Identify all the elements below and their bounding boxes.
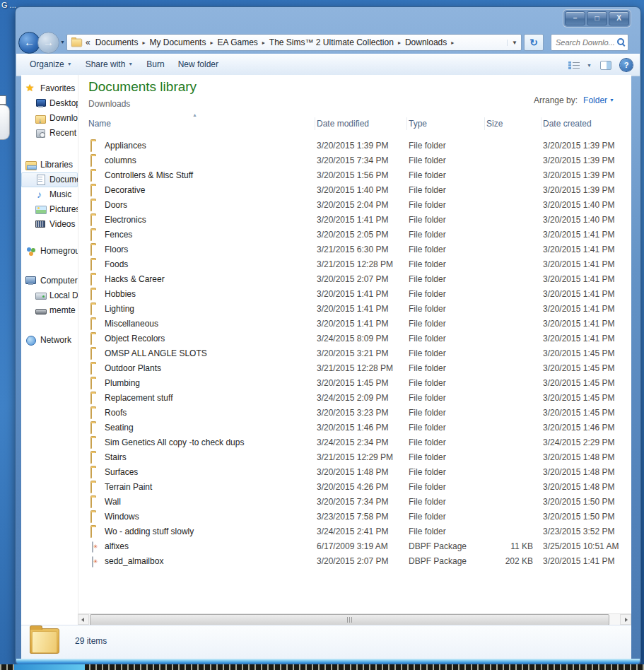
table-row[interactable]: Electronics3/20/2015 1:41 PMFile folder3… — [78, 213, 631, 228]
file-list: Appliances3/20/2015 1:39 PMFile folder3/… — [78, 139, 631, 569]
table-row[interactable]: Decorative3/20/2015 1:40 PMFile folder3/… — [78, 183, 631, 198]
cell-date-modified: 3/23/2015 7:58 PM — [317, 510, 388, 524]
maximize-button[interactable]: □ — [587, 11, 607, 25]
table-row[interactable]: Hobbies3/20/2015 1:41 PMFile folder3/20/… — [78, 287, 631, 302]
table-row[interactable]: Object Recolors3/24/2015 8:09 PMFile fol… — [78, 331, 631, 346]
column-divider[interactable] — [406, 117, 407, 130]
sidebar-item-homegroup[interactable]: Homegroup — [21, 244, 78, 259]
table-row[interactable]: Outdoor Plants3/21/2015 12:28 PMFile fol… — [78, 361, 631, 376]
sidebar-item-computer[interactable]: Computer — [21, 274, 78, 288]
table-row[interactable]: columns3/20/2015 7:34 PMFile folder3/20/… — [78, 153, 631, 168]
table-row[interactable]: Plumbing3/20/2015 1:45 PMFile folder3/20… — [78, 376, 631, 391]
sidebar-item-videos[interactable]: Videos — [21, 217, 78, 232]
horizontal-scrollbar[interactable] — [78, 613, 631, 625]
table-row[interactable]: Miscellaneous3/20/2015 1:41 PMFile folde… — [78, 317, 631, 331]
sidebar-item-memte[interactable]: memte — [21, 303, 78, 318]
forward-button[interactable]: → — [37, 32, 59, 54]
sidebar-item-favorites[interactable]: Favorites — [21, 81, 78, 96]
close-button[interactable]: X — [609, 11, 629, 25]
cell-date-created: 3/20/2015 1:50 PM — [543, 495, 614, 510]
search-input[interactable] — [554, 37, 616, 47]
table-row[interactable]: Terrain Paint3/20/2015 4:26 PMFile folde… — [78, 480, 631, 495]
search-box[interactable] — [551, 34, 628, 51]
views-dropdown-icon[interactable]: ▼ — [587, 63, 592, 68]
sidebar-item-desktop[interactable]: Desktop — [21, 96, 78, 111]
column-header-date-modified[interactable]: Date modified — [317, 114, 369, 133]
history-dropdown-icon[interactable]: ▼ — [60, 40, 65, 45]
refresh-button[interactable]: ↻ — [524, 34, 544, 51]
table-row[interactable]: Seating3/20/2015 1:46 PMFile folder3/20/… — [78, 421, 631, 435]
sidebar-item-documents[interactable]: Documents — [21, 172, 78, 187]
sidebar-section: Homegroup — [21, 244, 78, 259]
table-row[interactable]: Appliances3/20/2015 1:39 PMFile folder3/… — [78, 139, 631, 153]
breadcrumb-overflow-chevron[interactable]: « — [86, 37, 90, 47]
sidebar-item-label: Network — [40, 335, 71, 345]
table-row[interactable]: Floors3/21/2015 6:30 PMFile folder3/20/2… — [78, 242, 631, 257]
minimize-button[interactable]: – — [565, 11, 585, 25]
cell-date-modified: 3/20/2015 2:07 PM — [317, 554, 388, 569]
address-dropdown-icon[interactable]: ▼ — [507, 40, 517, 46]
arrange-by[interactable]: Arrange by:Folder▼ — [534, 95, 614, 105]
address-bar[interactable]: « Documents▸My Documents▸EA Games▸The Si… — [66, 34, 522, 51]
table-row[interactable]: sedd_almailbox3/20/2015 2:07 PMDBPF Pack… — [78, 554, 631, 569]
breadcrumb-item[interactable]: My Documents — [148, 37, 207, 47]
column-divider[interactable] — [541, 117, 541, 130]
computer-icon — [25, 276, 37, 286]
sidebar-item-libraries[interactable]: Libraries — [21, 158, 78, 172]
table-row[interactable]: Wo - adding stuff slowly3/24/2015 2:41 P… — [78, 524, 631, 539]
table-row[interactable]: Wall3/20/2015 7:34 PMFile folder3/20/201… — [78, 495, 631, 510]
arrange-dropdown-icon[interactable]: ▼ — [609, 98, 614, 102]
table-row[interactable]: Replacement stuff3/24/2015 2:09 PMFile f… — [78, 391, 631, 406]
breadcrumb-item[interactable]: Downloads — [404, 37, 448, 47]
sidebar-item-music[interactable]: Music — [21, 187, 78, 202]
table-row[interactable]: alfixes6/17/2009 3:19 AMDBPF Package11 K… — [78, 539, 631, 554]
toolbar-item-new-folder[interactable]: New folder — [178, 54, 218, 74]
cell-date-modified: 3/20/2015 7:34 PM — [317, 153, 388, 168]
table-row[interactable]: Hacks & Career3/20/2015 2:07 PMFile fold… — [78, 272, 631, 287]
breadcrumb-item[interactable]: EA Games — [216, 37, 259, 47]
scroll-right-arrow[interactable] — [620, 614, 631, 625]
table-row[interactable]: Doors3/20/2015 2:04 PMFile folder3/20/20… — [78, 198, 631, 213]
table-row[interactable]: Lighting3/20/2015 1:41 PMFile folder3/20… — [78, 302, 631, 317]
column-header-type[interactable]: Type — [409, 114, 427, 133]
partial-desktop-icon[interactable] — [0, 105, 10, 140]
table-row[interactable]: Roofs3/20/2015 3:23 PMFile folder3/20/20… — [78, 406, 631, 421]
column-divider[interactable] — [315, 117, 315, 130]
column-header-date-created[interactable]: Date created — [543, 114, 592, 133]
arrange-by-value[interactable]: Folder — [583, 95, 607, 105]
column-divider[interactable] — [484, 117, 485, 130]
cell-type: File folder — [409, 346, 446, 361]
column-header-size[interactable]: Size — [486, 114, 503, 133]
table-row[interactable]: Stairs3/21/2015 12:29 PMFile folder3/20/… — [78, 450, 631, 465]
breadcrumb-item[interactable]: Documents — [94, 37, 140, 47]
column-header-name[interactable]: Name — [88, 114, 111, 133]
table-row[interactable]: Windows3/23/2015 7:58 PMFile folder3/20/… — [78, 510, 631, 524]
toolbar-item-share-with[interactable]: Share with▼ — [86, 54, 134, 74]
cell-date-modified: 3/20/2015 1:48 PM — [317, 465, 388, 480]
change-view-button[interactable]: ▼ — [568, 61, 592, 69]
sidebar-item-recent-places[interactable]: Recent Places — [21, 126, 78, 141]
table-row[interactable]: OMSP ALL ANGLE SLOTS3/20/2015 3:21 PMFil… — [78, 346, 631, 361]
cell-type: File folder — [409, 495, 446, 510]
search-icon[interactable] — [616, 37, 625, 47]
sidebar-item-network[interactable]: Network — [21, 333, 78, 348]
sidebar-item-local-disk[interactable]: Local Disk — [21, 288, 78, 303]
scrollbar-thumb[interactable] — [90, 614, 609, 625]
table-row[interactable]: Sim Genetics All copy -to check dups3/24… — [78, 435, 631, 450]
table-row[interactable]: Surfaces3/20/2015 1:48 PMFile folder3/20… — [78, 465, 631, 480]
table-row[interactable]: Controllers & Misc Stuff3/20/2015 1:56 P… — [78, 168, 631, 183]
table-row[interactable]: Foods3/21/2015 12:28 PMFile folder3/20/2… — [78, 257, 631, 272]
cell-type: File folder — [409, 435, 446, 450]
help-button[interactable]: ? — [620, 59, 633, 71]
toolbar-item-organize[interactable]: Organize▼ — [30, 54, 72, 74]
breadcrumb-item[interactable]: The Sims™ 2 Ultimate Collection — [268, 37, 395, 47]
cell-date-modified: 3/20/2015 1:41 PM — [317, 213, 388, 228]
cell-date-modified: 6/17/2009 3:19 AM — [317, 539, 388, 554]
scroll-left-arrow[interactable] — [78, 614, 89, 625]
toolbar-item-burn[interactable]: Burn — [146, 54, 164, 74]
sidebar-item-downloads[interactable]: Downloads — [21, 111, 78, 126]
folder-icon — [90, 215, 92, 226]
sidebar-item-pictures[interactable]: Pictures — [21, 202, 78, 217]
table-row[interactable]: Fences3/20/2015 2:05 PMFile folder3/20/2… — [78, 228, 631, 242]
preview-pane-button[interactable] — [600, 61, 611, 70]
